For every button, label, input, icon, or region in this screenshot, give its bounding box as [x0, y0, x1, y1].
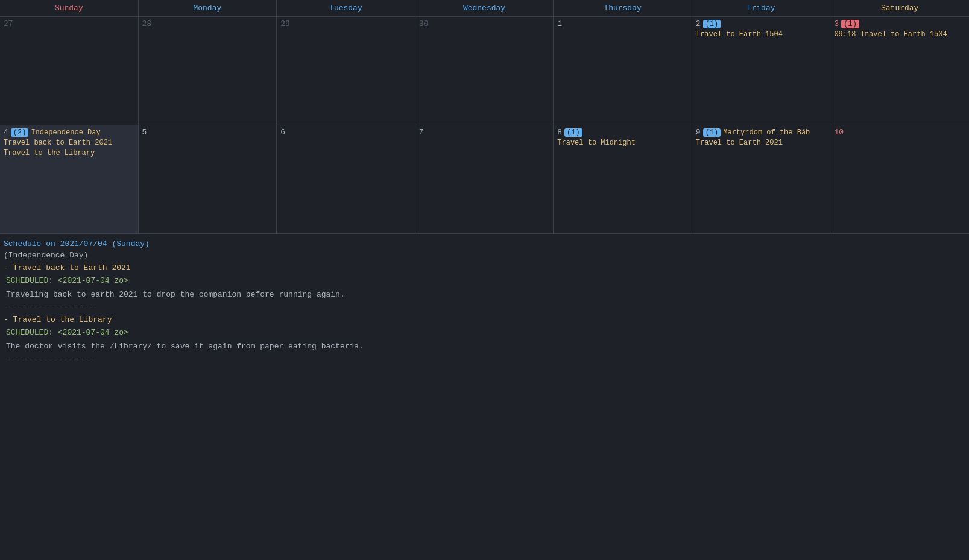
date-3: 3	[834, 19, 839, 28]
calendar-cell-27[interactable]: 27	[0, 17, 139, 125]
date-28: 28	[142, 19, 152, 28]
header-tuesday: Tuesday	[277, 0, 415, 16]
calendar-cell-7[interactable]: 7	[415, 125, 554, 234]
schedule-panel: Schedule on 2021/07/04 (Sunday) (Indepen…	[0, 234, 969, 372]
header-thursday: Thursday	[554, 0, 692, 16]
date-7: 7	[419, 128, 424, 137]
date-9: 9	[696, 128, 701, 137]
date-4-holiday: Independence Day	[31, 128, 100, 137]
date-2-badge: (1)	[703, 20, 721, 28]
calendar-cell-30[interactable]: 30	[415, 17, 554, 125]
calendar-cell-10[interactable]: 10	[830, 125, 969, 234]
event-1-description: Traveling back to earth 2021 to drop the…	[4, 290, 965, 299]
header-sunday: Sunday	[0, 0, 139, 16]
event-travel-library: Travel to the Library	[4, 148, 134, 159]
calendar-row-1: 27 28 29 30 1 2	[0, 17, 969, 125]
schedule-date: Schedule on 2021/07/04 (Sunday)	[4, 239, 150, 248]
calendar-cell-6[interactable]: 6	[277, 125, 415, 234]
event-2-description: The doctor visits the /Library/ to save …	[4, 342, 965, 351]
header-wednesday: Wednesday	[415, 0, 554, 16]
calendar-cell-4[interactable]: 4 (2) Independence Day Travel back to Ea…	[0, 125, 139, 234]
schedule-holiday: (Independence Day)	[4, 251, 965, 260]
calendar-row-2: 4 (2) Independence Day Travel back to Ea…	[0, 125, 969, 234]
date-1: 1	[557, 19, 562, 28]
date-6: 6	[280, 128, 285, 137]
date-30: 30	[419, 19, 429, 28]
calendar-header: Sunday Monday Tuesday Wednesday Thursday…	[0, 0, 969, 17]
date-4: 4	[4, 128, 8, 137]
calendar-cell-9[interactable]: 9 (1) Martyrdom of the Báb Travel to Ear…	[692, 125, 831, 234]
calendar-cell-3[interactable]: 3 (1) 09:18 Travel to Earth 1504	[830, 17, 969, 125]
calendar: Sunday Monday Tuesday Wednesday Thursday…	[0, 0, 969, 234]
calendar-cell-28[interactable]: 28	[139, 17, 277, 125]
schedule-header: Schedule on 2021/07/04 (Sunday)	[4, 239, 965, 248]
event-1-title: - Travel back to Earth 2021	[4, 263, 965, 272]
date-4-badge: (2)	[11, 128, 29, 137]
date-10: 10	[834, 128, 844, 137]
schedule-event-2: - Travel to the Library SCHEDULED: <2021…	[4, 315, 965, 351]
schedule-event-1: - Travel back to Earth 2021 SCHEDULED: <…	[4, 263, 965, 299]
date-9-holiday: Martyrdom of the Báb	[723, 128, 810, 137]
calendar-cell-1[interactable]: 1	[554, 17, 692, 125]
header-friday: Friday	[692, 0, 831, 16]
event-travel-earth-1504-sat: 09:18 Travel to Earth 1504	[834, 30, 965, 40]
date-8-badge: (1)	[564, 128, 582, 137]
header-monday: Monday	[139, 0, 277, 16]
event-travel-earth-1504-fri: Travel to Earth 1504	[696, 30, 827, 40]
event-travel-midnight: Travel to Midnight	[557, 138, 688, 148]
divider-2: --------------------	[4, 354, 965, 363]
divider-1: --------------------	[4, 303, 965, 312]
event-2-title: - Travel to the Library	[4, 315, 965, 324]
date-3-badge: (1)	[841, 20, 859, 28]
date-8: 8	[557, 128, 562, 137]
header-saturday: Saturday	[830, 0, 969, 16]
date-5: 5	[142, 128, 147, 137]
date-27: 27	[4, 19, 13, 28]
date-29: 29	[280, 19, 290, 28]
date-2: 2	[696, 19, 701, 28]
event-travel-back-earth: Travel back to Earth 2021	[4, 138, 134, 148]
calendar-cell-5[interactable]: 5	[139, 125, 277, 234]
event-travel-earth-2021: Travel to Earth 2021	[696, 138, 827, 148]
event-1-scheduled: SCHEDULED: <2021-07-04 zo>	[4, 276, 965, 285]
calendar-cell-29[interactable]: 29	[277, 17, 415, 125]
event-2-scheduled: SCHEDULED: <2021-07-04 zo>	[4, 328, 965, 337]
date-9-badge: (1)	[703, 128, 721, 137]
calendar-cell-8[interactable]: 8 (1) Travel to Midnight	[554, 125, 692, 234]
calendar-cell-2[interactable]: 2 (1) Travel to Earth 1504	[692, 17, 831, 125]
